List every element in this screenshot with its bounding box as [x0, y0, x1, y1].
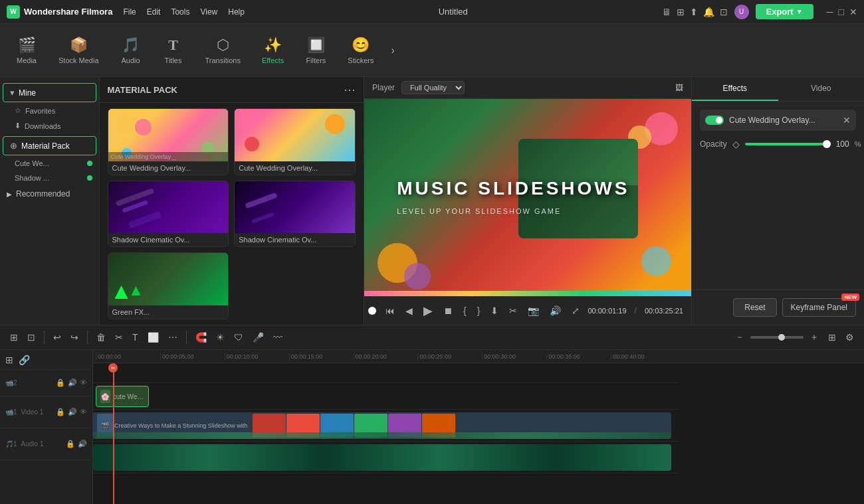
- mark-in-button[interactable]: {: [461, 304, 469, 317]
- tl-video1-eye-icon[interactable]: 👁: [80, 408, 87, 416]
- icon-monitor[interactable]: 🖥: [662, 7, 671, 17]
- menu-help[interactable]: Help: [228, 7, 245, 17]
- effect-card-cute-wedding-2[interactable]: Cute Wedding Overlay...: [234, 108, 356, 175]
- quality-select[interactable]: Full Quality Half Quality: [401, 81, 465, 94]
- effect-delete-button[interactable]: ✕: [843, 115, 851, 126]
- tool-media[interactable]: 🎬 Media: [7, 33, 47, 68]
- play-button[interactable]: ▶: [421, 302, 435, 319]
- icon-upload[interactable]: ⬆: [690, 7, 698, 17]
- skip-back-button[interactable]: ⏮: [383, 304, 397, 317]
- tl-delete-button[interactable]: 🗑: [93, 330, 109, 345]
- sidebar-sub-shadow[interactable]: Shadow ...: [0, 171, 99, 185]
- tl-video2-lock-icon[interactable]: 🔒: [56, 378, 65, 387]
- tl-magnet-button[interactable]: 🧲: [192, 330, 210, 345]
- tl-text-button[interactable]: T: [129, 330, 142, 345]
- icon-grid[interactable]: ⊞: [677, 7, 685, 17]
- opacity-slider[interactable]: [745, 143, 831, 145]
- tool-effects[interactable]: ✨ Effects: [253, 33, 293, 68]
- sidebar-item-recommended[interactable]: ▶ Recommended: [0, 185, 99, 203]
- sidebar-item-favorites[interactable]: ☆ Favorites: [0, 103, 99, 118]
- tl-shield-button[interactable]: 🛡: [231, 330, 247, 345]
- sidebar-item-downloads[interactable]: ⬇ Downloads: [0, 118, 99, 133]
- preview-icon[interactable]: 🖼: [675, 83, 683, 92]
- keyframe-panel-button[interactable]: Keyframe Panel NEW: [782, 298, 856, 317]
- shadow2-streak-1: [245, 192, 278, 209]
- audio-label: Audio: [121, 56, 140, 64]
- tl-grid-button[interactable]: ⊞: [825, 330, 839, 345]
- menu-tools[interactable]: Tools: [171, 7, 189, 17]
- shadow-streak-1: [115, 188, 154, 207]
- media-icon: 🎬: [18, 37, 36, 54]
- icon-bell[interactable]: 🔔: [703, 7, 714, 17]
- tl-link-icon[interactable]: 🔗: [19, 355, 30, 365]
- tool-transitions[interactable]: ⬡ Transitions: [196, 33, 250, 68]
- tl-video1-audio-icon[interactable]: 🔊: [68, 408, 77, 416]
- sidebar-item-mine[interactable]: ▾ Mine: [3, 83, 96, 102]
- tl-redo-button[interactable]: ↪: [67, 330, 82, 345]
- effect-card-cute-wedding-1[interactable]: Cute Wedding Overlay _ Cute Wedding Over…: [108, 108, 229, 175]
- icon-apps[interactable]: ⊡: [720, 7, 728, 17]
- mark-out-button[interactable]: }: [475, 304, 483, 317]
- tl-undo-button[interactable]: ↩: [50, 330, 64, 345]
- menu-file[interactable]: File: [123, 7, 136, 17]
- clip-overlay-wedding[interactable]: 🌸 cute Weddin...: [96, 386, 149, 407]
- toolbar-more-icon[interactable]: ›: [385, 39, 399, 62]
- avatar[interactable]: U: [734, 5, 749, 19]
- effects-more-button[interactable]: ⋯: [344, 82, 356, 97]
- fullscreen-button[interactable]: ⤢: [569, 304, 582, 317]
- active-effect-name: Cute Wedding Overlay...: [729, 116, 837, 125]
- stop-button[interactable]: ⏹: [441, 304, 455, 317]
- tab-effects[interactable]: Effects: [692, 77, 778, 101]
- close-button[interactable]: ✕: [849, 7, 857, 17]
- crop-button[interactable]: ✂: [506, 304, 520, 317]
- tl-audio-wave-button[interactable]: 〰: [270, 330, 286, 345]
- tl-video2-eye-icon[interactable]: 👁: [80, 378, 87, 387]
- effect-toggle[interactable]: [705, 116, 724, 125]
- audio-button[interactable]: 🔊: [547, 304, 564, 317]
- minimize-button[interactable]: ─: [827, 7, 833, 17]
- tl-zoom-slider[interactable]: [750, 336, 804, 339]
- menu-edit[interactable]: Edit: [147, 7, 161, 17]
- tool-stock-media[interactable]: 📦 Stock Media: [49, 33, 108, 68]
- tl-add-row: [93, 363, 678, 383]
- sidebar-item-material-pack[interactable]: ⊕ Material Pack: [3, 136, 96, 155]
- tl-sun-button[interactable]: ☀: [213, 330, 228, 345]
- tl-zoom-out-button[interactable]: －: [732, 329, 748, 345]
- tool-stickers[interactable]: 😊 Stickers: [338, 33, 383, 68]
- keyframe-diamond-icon[interactable]: ◇: [732, 139, 740, 149]
- video-clip-main[interactable]: 🎬 Creative Ways to Make a Stunning Slide…: [93, 412, 671, 439]
- menu-view[interactable]: View: [200, 7, 217, 17]
- tool-titles[interactable]: T Titles: [154, 33, 193, 68]
- tl-add-track-button[interactable]: ⊞: [7, 330, 21, 345]
- export-button[interactable]: Export ▼: [756, 4, 813, 19]
- tl-crop-button[interactable]: ⬜: [144, 330, 162, 345]
- snapshot-button[interactable]: 📷: [525, 304, 542, 317]
- tl-composite-button[interactable]: ⊡: [24, 330, 39, 345]
- tl-audio1-mute-icon[interactable]: 🔊: [78, 440, 87, 448]
- tl-zoom-in-button[interactable]: ＋: [806, 329, 822, 345]
- frame-back-button[interactable]: ◀: [403, 304, 415, 317]
- sidebar-sub-cute-wedding[interactable]: Cute We...: [0, 156, 99, 171]
- tl-video1-lock-icon[interactable]: 🔒: [56, 408, 65, 416]
- tool-audio[interactable]: 🎵 Audio: [111, 33, 151, 68]
- tl-video2-audio-icon[interactable]: 🔊: [68, 378, 77, 387]
- tl-audio1-lock-icon[interactable]: 🔒: [66, 440, 75, 448]
- effects-panel-header: MATERIAL PACK ⋯: [100, 77, 364, 103]
- maximize-button[interactable]: □: [839, 7, 844, 17]
- tl-add-icon[interactable]: ⊞: [5, 355, 13, 365]
- effect-card-green[interactable]: Green FX...: [108, 252, 229, 319]
- tool-filters[interactable]: 🔲 Filters: [296, 33, 336, 68]
- reset-button[interactable]: Reset: [733, 298, 776, 317]
- tl-settings-button[interactable]: ⚙: [842, 330, 857, 345]
- effect-card-shadow-1[interactable]: Shadow Cinematic Ov...: [108, 181, 229, 248]
- effect-card-shadow-2[interactable]: Shadow Cinematic Ov...: [234, 181, 356, 248]
- tl-cut-button[interactable]: ✂: [112, 330, 126, 345]
- timeline: ⊞ ⊡ ↩ ↪ 🗑 ✂ T ⬜ ⋯ 🧲 ☀ 🛡 🎤 〰 － ＋ ⊞ ⚙ ⊞ 🔗: [0, 325, 864, 504]
- tl-more-button[interactable]: ⋯: [165, 330, 181, 345]
- video-frame: MUSIC SLIDESHOWS LEVEL UP YOUR SLIDESHOW…: [364, 99, 691, 296]
- insert-button[interactable]: ⬇: [488, 304, 501, 317]
- titles-label: Titles: [165, 56, 182, 64]
- tl-mic-button[interactable]: 🎤: [249, 330, 267, 345]
- audio-clip[interactable]: [93, 444, 671, 471]
- tab-video[interactable]: Video: [778, 77, 865, 101]
